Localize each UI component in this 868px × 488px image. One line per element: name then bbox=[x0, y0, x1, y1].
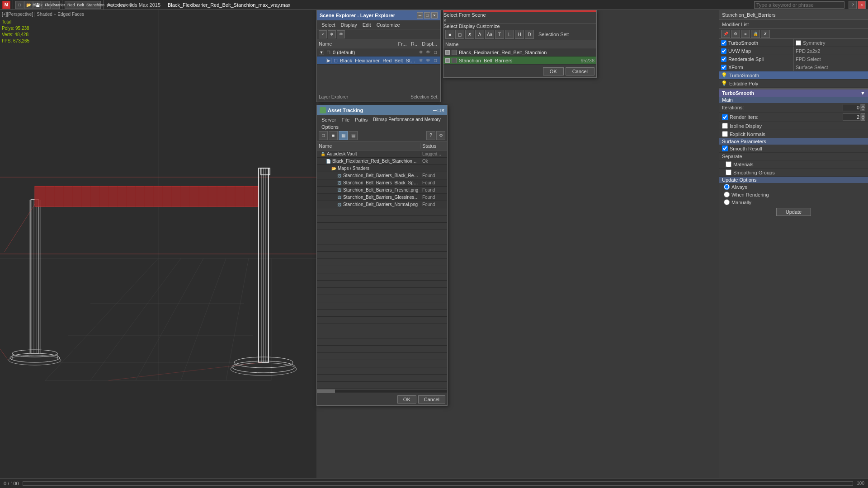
select-hierarchy-btn[interactable]: H bbox=[515, 30, 524, 39]
close-app-btn[interactable]: × bbox=[858, 1, 866, 9]
asset-ok-btn[interactable]: OK bbox=[397, 395, 416, 404]
mod-surface-item[interactable]: Surface Select bbox=[794, 63, 868, 71]
uvw-checkbox[interactable] bbox=[721, 48, 726, 54]
turbosm-title[interactable]: TurboSmooth ▼ bbox=[719, 89, 868, 97]
asset-new-btn[interactable]: □ bbox=[319, 131, 328, 140]
show-stack-btn[interactable]: ≡ bbox=[741, 30, 750, 38]
render-iters-up-btn[interactable]: ▲ bbox=[861, 113, 865, 117]
menu-customize[interactable]: Customize bbox=[374, 22, 403, 28]
configure-btn[interactable]: ⚙ bbox=[731, 30, 740, 38]
smooth-result-checkbox[interactable] bbox=[722, 145, 728, 151]
tab-customize[interactable]: Customize bbox=[476, 23, 500, 29]
asset-minimize-btn[interactable]: ─ bbox=[433, 108, 437, 113]
asset-open-btn[interactable]: ■ bbox=[329, 131, 338, 140]
menu-bitmap[interactable]: Bitmap Performance and Memory bbox=[370, 117, 443, 122]
mod-turbosm-item[interactable]: TurboSmooth bbox=[719, 39, 793, 47]
select-all-btn[interactable]: ■ bbox=[445, 30, 454, 39]
delete-mod-btn[interactable]: ✗ bbox=[761, 30, 770, 38]
materials-checkbox[interactable] bbox=[726, 161, 731, 167]
select-scene-close[interactable]: × bbox=[443, 18, 596, 23]
select-filter-btn[interactable]: T bbox=[495, 30, 504, 39]
mod-renderable-item[interactable]: Renderable Spli bbox=[719, 55, 793, 63]
freeze-action2[interactable]: ❄ bbox=[418, 57, 424, 64]
menu-paths[interactable]: Paths bbox=[352, 117, 370, 122]
close-btn[interactable]: × bbox=[431, 12, 438, 19]
render-iters-checkbox[interactable] bbox=[722, 114, 728, 120]
close-toolbar-btn[interactable]: × bbox=[319, 30, 327, 38]
xform-checkbox[interactable] bbox=[721, 65, 726, 70]
asset-file-row[interactable]: 📄 Black_Flexibarrier_Red_Belt_Stanchion_… bbox=[317, 158, 447, 165]
obj-row-flexibarrier[interactable]: Black_Flexibarrier_Red_Belt_Stanchion bbox=[443, 48, 596, 56]
asset-help-btn[interactable]: ? bbox=[426, 131, 435, 140]
asset-normal-row[interactable]: 🖼 Stanchion_Belt_Barriers_Normal.png Fou… bbox=[317, 201, 447, 208]
iterations-dn-btn[interactable]: ▼ bbox=[861, 108, 865, 111]
menu-options[interactable]: Options bbox=[319, 124, 341, 130]
layer-row-flexibarrier[interactable]: ▶ ◻ Black_Flexibarrier_Red_Belt_Stanchio… bbox=[317, 56, 440, 65]
asset-specular-row[interactable]: 🖼 Stanchion_Belt_Barriers_Black_Specular… bbox=[317, 179, 447, 187]
file-icon[interactable]: Black_Flexibarrier_Red_Belt_Stanchion_ma… bbox=[65, 1, 101, 9]
select-by-name-btn[interactable]: A bbox=[475, 30, 484, 39]
mod-symmetry-item[interactable]: Symmetry bbox=[794, 39, 868, 47]
menu-server[interactable]: Server bbox=[319, 117, 339, 122]
iterations-input[interactable] bbox=[843, 104, 861, 111]
turbosm-checkbox[interactable] bbox=[721, 40, 726, 46]
main-section-header[interactable]: Main bbox=[719, 97, 868, 103]
viewport-scene[interactable] bbox=[0, 10, 316, 478]
update-btn[interactable]: Update bbox=[776, 208, 811, 216]
select-none-btn[interactable]: ✗ bbox=[465, 30, 474, 39]
smoothing-groups-checkbox[interactable] bbox=[726, 169, 731, 175]
search-input[interactable] bbox=[754, 1, 844, 9]
when-rendering-radio[interactable] bbox=[724, 192, 730, 197]
asset-maps-row[interactable]: 📂 Maps / Shaders bbox=[317, 165, 447, 172]
renderable-checkbox[interactable] bbox=[721, 56, 726, 62]
asset-scroll-thumb[interactable] bbox=[317, 389, 335, 393]
new-btn[interactable]: □ bbox=[15, 1, 24, 9]
mod-editable-poly-row[interactable]: 💡 Editable Poly bbox=[719, 80, 868, 88]
explicit-normals-checkbox[interactable] bbox=[722, 131, 728, 137]
hide-action[interactable]: 👁 bbox=[425, 49, 431, 56]
symmetry-checkbox[interactable] bbox=[796, 40, 801, 46]
select-layer-btn[interactable]: L bbox=[505, 30, 514, 39]
render-iters-input[interactable] bbox=[843, 113, 861, 121]
asset-vault-row[interactable]: 🔒 Autodesk Vault Logged... bbox=[317, 150, 447, 158]
asset-list-btn[interactable]: ▤ bbox=[349, 131, 358, 140]
menu-edit[interactable]: Edit bbox=[360, 22, 374, 28]
asset-cancel-btn[interactable]: Cancel bbox=[418, 395, 445, 404]
render-action[interactable]: □ bbox=[432, 49, 439, 56]
asset-diffuse-row[interactable]: 🖼 Stanchion_Belt_Barriers_Black_Red_Diff… bbox=[317, 172, 447, 179]
surface-section-header[interactable]: Surface Parameters bbox=[719, 138, 868, 145]
open-btn[interactable]: 📂 bbox=[24, 1, 33, 9]
mod-fpd-select-item[interactable]: FPD Select bbox=[794, 55, 868, 63]
select-invert-btn[interactable]: ◻ bbox=[455, 30, 464, 39]
asset-fresnel-row[interactable]: 🖼 Stanchion_Belt_Barriers_Fresnel.png Fo… bbox=[317, 187, 447, 194]
asset-close-btn[interactable]: × bbox=[442, 108, 444, 113]
lock-stack-btn[interactable]: 🔒 bbox=[751, 30, 760, 38]
asset-maximize-btn[interactable]: □ bbox=[438, 108, 441, 113]
select-display-btn[interactable]: D bbox=[525, 30, 534, 39]
timeline-track[interactable] bbox=[23, 481, 854, 486]
select-scene-cancel-btn[interactable]: Cancel bbox=[566, 67, 594, 75]
menu-file[interactable]: File bbox=[339, 117, 352, 122]
tab-select[interactable]: Select bbox=[443, 23, 458, 29]
always-radio[interactable] bbox=[724, 184, 730, 190]
mod-uvw-item[interactable]: UVW Map bbox=[719, 47, 793, 55]
asset-settings-btn[interactable]: ⚙ bbox=[436, 131, 445, 140]
asset-scrollbar[interactable] bbox=[317, 389, 447, 393]
isoline-checkbox[interactable] bbox=[722, 123, 728, 129]
restore-btn[interactable]: □ bbox=[424, 12, 430, 19]
max-logo-btn[interactable]: M bbox=[2, 1, 10, 9]
display-btn[interactable]: 👁 bbox=[337, 30, 345, 38]
pin-btn[interactable]: 📌 bbox=[721, 30, 730, 38]
freeze-action[interactable]: ❄ bbox=[418, 49, 424, 56]
menu-display[interactable]: Display bbox=[338, 22, 360, 28]
select-scene-ok-btn[interactable]: OK bbox=[543, 67, 564, 75]
hide-action2[interactable]: 👁 bbox=[425, 57, 431, 64]
tab-display[interactable]: Display bbox=[459, 23, 475, 29]
obj-row-stanchion[interactable]: Stanchion_Belt_Barriers 95238 bbox=[443, 56, 596, 65]
help-btn[interactable]: ? bbox=[849, 1, 857, 9]
render-action2[interactable]: □ bbox=[432, 57, 439, 64]
mod-turbosm-selected-row[interactable]: 💡 TurboSmooth bbox=[719, 71, 868, 80]
asset-glossiness-row[interactable]: 🖼 Stanchion_Belt_Barriers_Glossiness.png… bbox=[317, 194, 447, 201]
asset-grid-btn[interactable]: ▦ bbox=[339, 131, 348, 140]
layer-row-default[interactable]: ▼ ◻ 0 (default) ❄ 👁 □ bbox=[317, 48, 440, 56]
